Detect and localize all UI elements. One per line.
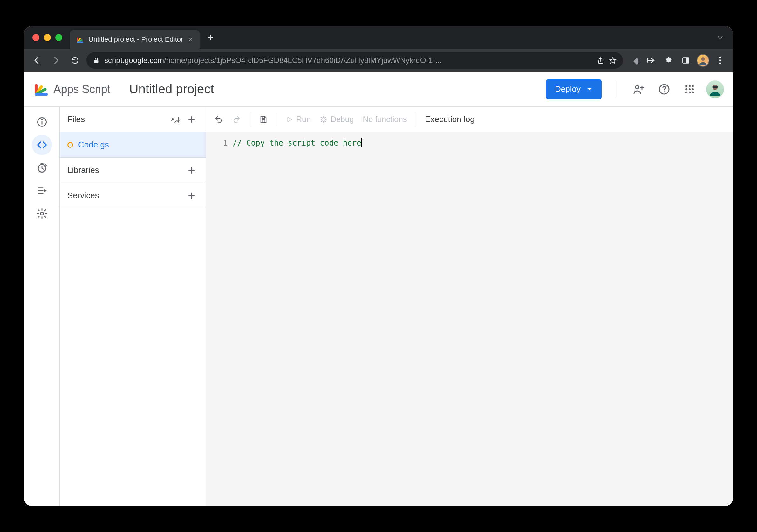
divider [277,112,277,127]
extension-diamond-icon[interactable] [627,53,642,68]
debug-button[interactable]: Debug [317,112,357,127]
files-heading-row: Files AZ [60,107,206,132]
svg-point-11 [685,85,687,87]
svg-rect-30 [262,120,265,122]
share-project-button[interactable] [630,80,648,98]
svg-point-4 [701,57,705,61]
browser-menu-button[interactable] [712,53,728,68]
deploy-button[interactable]: Deploy [546,79,602,100]
function-selector-label: No functions [363,115,407,124]
nav-triggers-button[interactable] [32,158,52,178]
profile-avatar-button[interactable] [695,53,711,68]
unsaved-indicator-icon [67,142,73,148]
lock-icon [93,57,100,64]
svg-point-5 [719,57,721,58]
svg-point-15 [689,88,691,90]
maximize-window-button[interactable] [55,34,62,41]
forward-button[interactable] [48,53,64,68]
line-gutter: 1 [206,132,233,506]
svg-point-13 [692,85,694,87]
code-line-text: // Copy the script code here [233,138,361,147]
file-item[interactable]: Code.gs [60,132,206,158]
browser-window: Untitled project - Project Editor [24,26,733,506]
browser-tab-active[interactable]: Untitled project - Project Editor [70,30,199,49]
execution-log-button[interactable]: Execution log [425,114,475,124]
svg-point-16 [692,88,694,90]
nav-rail [24,107,60,506]
address-bar[interactable]: script.google.com/home/projects/1j5PsO4-… [86,52,623,69]
app-content: Apps Script Untitled project Deploy [24,72,733,506]
close-tab-button[interactable] [188,36,194,43]
add-file-button[interactable] [185,113,198,126]
svg-rect-29 [262,116,264,118]
account-avatar-button[interactable] [706,80,724,98]
extensions-puzzle-icon[interactable] [661,53,676,68]
browser-tab-strip: Untitled project - Project Editor [24,26,733,49]
run-button[interactable]: Run [283,112,314,127]
sort-files-button[interactable]: AZ [169,113,181,126]
add-library-button[interactable] [185,164,198,177]
nav-editor-button[interactable] [32,135,52,155]
chevron-down-icon [586,86,593,93]
apps-script-favicon [76,35,84,44]
debug-label: Debug [330,115,354,124]
libraries-heading-row: Libraries [60,158,206,183]
redo-button[interactable] [229,112,244,127]
share-icon[interactable] [597,57,604,64]
files-heading: Files [67,114,169,124]
tab-list-button[interactable] [712,30,728,45]
save-button[interactable] [256,112,271,127]
minimize-window-button[interactable] [44,34,51,41]
svg-point-6 [719,59,721,61]
divider [416,112,416,127]
extension-send-icon[interactable] [644,53,659,68]
undo-button[interactable] [211,112,226,127]
svg-point-10 [664,91,665,93]
svg-rect-23 [41,121,42,125]
add-service-button[interactable] [185,190,198,202]
product-name: Apps Script [53,83,110,96]
svg-point-18 [689,91,691,93]
project-title[interactable]: Untitled project [129,82,214,96]
new-tab-button[interactable] [203,30,218,45]
code-lines[interactable]: // Copy the script code here [233,132,733,506]
nav-settings-button[interactable] [32,203,52,224]
services-heading-row: Services [60,183,206,208]
svg-point-12 [689,85,691,87]
function-selector[interactable]: No functions [360,112,410,127]
line-number: 1 [206,138,227,147]
svg-point-7 [719,63,721,65]
help-button[interactable] [655,80,673,98]
file-name: Code.gs [78,140,109,150]
divider [616,80,616,99]
reload-button[interactable] [67,53,83,68]
bookmark-star-icon[interactable] [609,57,617,64]
libraries-heading: Libraries [67,165,185,175]
run-label: Run [296,115,311,124]
window-controls [32,34,62,41]
deploy-button-label: Deploy [555,84,581,94]
svg-rect-21 [712,86,718,88]
nav-executions-button[interactable] [32,181,52,201]
product-logo-block[interactable]: Apps Script [33,82,110,97]
files-panel: Files AZ Code.gs Libraries [60,107,206,506]
divider [250,112,250,127]
side-panel-icon[interactable] [678,53,693,68]
google-apps-button[interactable] [681,80,699,98]
svg-point-19 [692,91,694,93]
svg-text:A: A [171,116,174,121]
svg-point-14 [685,88,687,90]
browser-toolbar: script.google.com/home/projects/1j5PsO4-… [24,49,733,72]
back-button[interactable] [29,53,45,68]
url-text: script.google.com/home/projects/1j5PsO4-… [104,56,592,65]
code-editor[interactable]: 1 // Copy the script code here [206,132,733,506]
svg-point-26 [40,212,43,215]
svg-point-17 [685,91,687,93]
nav-overview-button[interactable] [32,112,52,132]
close-window-button[interactable] [32,34,40,41]
app-body: Files AZ Code.gs Libraries [24,107,733,506]
svg-point-8 [636,85,639,89]
editor-toolbar: Run Debug No functions Execution log [206,107,733,132]
tab-title: Untitled project - Project Editor [88,35,183,44]
svg-rect-1 [633,58,638,65]
